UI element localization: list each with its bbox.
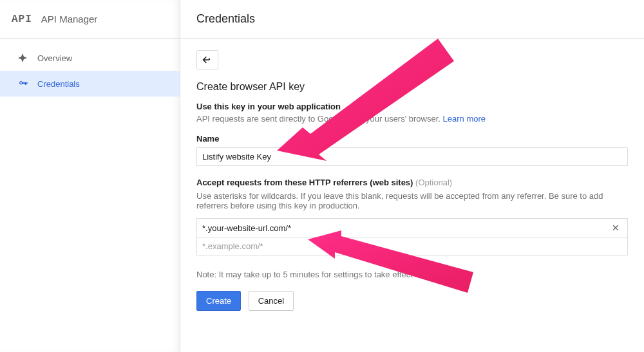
section-title: Create browser API key — [196, 81, 628, 93]
referrers-label: Accept requests from these HTTP referrer… — [196, 178, 628, 187]
cancel-button[interactable]: Cancel — [249, 291, 294, 311]
learn-more-link[interactable]: Learn more — [443, 114, 486, 124]
referrer-add-input[interactable]: *.example.com/* — [196, 237, 628, 255]
referrers-field-group: Accept requests from these HTTP referrer… — [196, 178, 628, 255]
sidebar-item-credentials[interactable]: Credentials — [0, 71, 180, 97]
section-subtitle-bold: Use this key in your web application — [196, 102, 628, 111]
sidebar-item-label: Credentials — [37, 79, 80, 89]
section-desc-text: API requests are sent directly to Google… — [196, 114, 443, 124]
sidebar-item-label: Overview — [37, 53, 72, 63]
referrers-help: Use asterisks for wildcards. If you leav… — [196, 191, 628, 210]
page-header: Credentials — [180, 0, 644, 39]
key-icon — [18, 79, 37, 89]
referrer-placeholder: *.example.com/* — [202, 241, 622, 251]
referrer-entry[interactable]: *.your-website-url.com/* ✕ — [196, 218, 628, 237]
sidebar-item-overview[interactable]: Overview — [0, 45, 180, 71]
settings-note: Note: It may take up to 5 minutes for se… — [196, 270, 628, 279]
page-title: Credentials — [196, 12, 255, 26]
create-button[interactable]: Create — [196, 291, 241, 311]
name-label: Name — [196, 134, 628, 144]
back-button[interactable] — [196, 50, 218, 69]
sidebar-header: API API Manager — [0, 0, 180, 39]
overview-icon — [18, 53, 37, 62]
sidebar: API API Manager Overview Credentials — [0, 0, 180, 352]
api-logo: API — [12, 14, 32, 25]
name-field-group: Name — [196, 134, 628, 166]
remove-referrer-button[interactable]: ✕ — [609, 223, 622, 233]
name-input[interactable] — [196, 147, 628, 166]
main: Credentials Create browser API key Use t… — [180, 0, 644, 352]
sidebar-nav: Overview Credentials — [0, 39, 180, 97]
sidebar-title: API Manager — [41, 14, 98, 24]
content: Create browser API key Use this key in y… — [180, 39, 644, 324]
button-row: Create Cancel — [196, 291, 628, 311]
section-subtitle-desc: API requests are sent directly to Google… — [196, 114, 628, 124]
referrers-optional: (Optional) — [415, 178, 452, 187]
back-arrow-icon — [202, 55, 213, 64]
referrer-entry-text: *.your-website-url.com/* — [202, 223, 609, 233]
referrers-label-text: Accept requests from these HTTP referrer… — [196, 178, 413, 187]
